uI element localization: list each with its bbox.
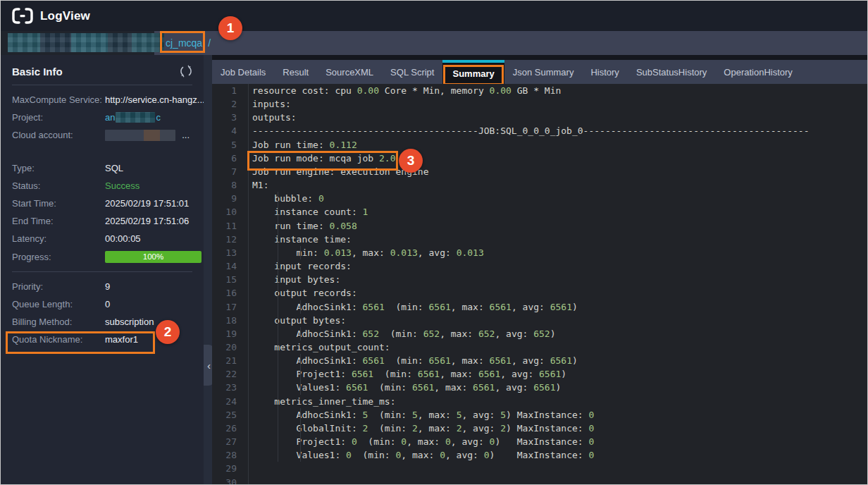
code-line-25: AdhocSink1: 5 (min: 5, max: 5, avg: 5) M… <box>252 408 868 422</box>
indent-guide <box>278 408 278 422</box>
indent-guide <box>278 340 278 354</box>
tab-summary[interactable]: Summary <box>442 60 504 84</box>
tab-substatushistory[interactable]: SubStatusHistory <box>628 60 715 84</box>
info-value: 2025/02/19 17:51:06 <box>105 216 192 226</box>
info-row-maxcompute-service: MaxCompute Service:http://service.cn-han… <box>12 91 192 109</box>
code-line-20: metrics_output_count: <box>252 340 868 354</box>
indent-guide <box>278 192 278 205</box>
indent-guide <box>278 367 278 381</box>
tab-json-summary[interactable]: Json Summary <box>504 60 583 84</box>
code-line-28: Values1: 0 (min: 0, max: 0, avg: 0) MaxI… <box>252 448 868 462</box>
censored-text <box>8 33 40 52</box>
code-line-26: GlobalInit: 2 (min: 2, max: 2, avg: 2) M… <box>252 422 868 435</box>
code-line-24: metrics_inner_time_ms: <box>252 395 868 408</box>
info-label: Quota Nickname: <box>12 334 105 345</box>
code-lines: resource cost: cpu 0.00 Core * Min, memo… <box>249 84 868 485</box>
info-label: Queue Length: <box>12 299 105 309</box>
tab-label: OperationHistory <box>724 67 793 78</box>
censored-text <box>116 112 155 123</box>
code-line-12: instance time: <box>252 233 868 246</box>
progress-bar: 100% <box>105 251 202 263</box>
censored-text <box>40 33 71 52</box>
tab-operationhistory[interactable]: OperationHistory <box>715 60 801 84</box>
code-line-4: ----------------------------------------… <box>252 124 868 137</box>
indent-guide <box>300 300 301 314</box>
tab-sql-script[interactable]: SQL Script <box>382 60 442 84</box>
breadcrumb-job-link[interactable]: cj_mcqa <box>166 37 202 49</box>
breadcrumb-separator: / <box>208 37 211 49</box>
tab-label: Result <box>283 67 309 78</box>
code-line-30 <box>252 476 868 485</box>
info-label: Project: <box>12 112 105 123</box>
code-line-23: Values1: 6561 (min: 6561, max: 6561, avg… <box>252 381 868 394</box>
tab-bar: Job DetailsResultSourceXMLSQL ScriptSumm… <box>212 60 868 84</box>
info-value: subscription <box>105 317 192 327</box>
code-line-6: Job run mode: mcqa job 2.0 <box>252 152 868 165</box>
panel-splitter[interactable] <box>204 55 212 485</box>
code-line-13: min: 0.013, max: 0.013, avg: 0.013 <box>252 246 868 259</box>
info-value: 2025/02/19 17:51:01 <box>105 198 192 209</box>
indent-guide <box>300 408 301 422</box>
annotation-badge-3: 3 <box>399 149 423 173</box>
indent-guide <box>278 273 278 286</box>
code-line-14: input records: <box>252 259 868 273</box>
info-row-end-time: End Time:2025/02/19 17:51:06 <box>12 212 192 230</box>
panel-title: Basic Info <box>12 66 63 78</box>
code-line-18: output bytes: <box>252 314 868 327</box>
code-line-3: outputs: <box>252 111 868 124</box>
censored-text <box>71 33 108 52</box>
line-number-gutter: 1234567891011121314151617181920212223242… <box>212 84 249 485</box>
indent-guide <box>300 435 301 448</box>
info-value: http://service.cn-hangz... <box>105 94 205 105</box>
indent-guide <box>300 327 301 340</box>
tab-sourcexml[interactable]: SourceXML <box>317 60 382 84</box>
app-title: LogView <box>40 9 90 23</box>
indent-guide <box>300 381 301 394</box>
code-line-21: AdhocSink1: 6561 (min: 6561, max: 6561, … <box>252 354 868 367</box>
info-value: 00:00:05 <box>105 233 192 244</box>
info-row-priority: Priority:9 <box>12 278 192 295</box>
tab-label: Summary <box>452 68 494 79</box>
indent-guide <box>300 367 301 381</box>
info-label: MaxCompute Service: <box>12 94 105 105</box>
info-label: Priority: <box>12 281 105 292</box>
info-label: Latency: <box>12 233 105 244</box>
logview-logo-icon <box>12 8 33 24</box>
refresh-icon[interactable] <box>180 65 192 78</box>
annotation-badge-1: 1 <box>218 16 242 40</box>
indent-guide <box>278 205 278 219</box>
indent-guide <box>278 327 278 340</box>
indent-guide <box>300 448 301 462</box>
code-line-2: inputs: <box>252 97 868 111</box>
indent-guide <box>278 354 278 367</box>
summary-code-view: 1234567891011121314151617181920212223242… <box>212 84 868 485</box>
censored-text <box>108 33 132 52</box>
info-row-queue-length: Queue Length:0 <box>12 295 192 313</box>
tab-result[interactable]: Result <box>274 60 317 84</box>
tab-job-details[interactable]: Job Details <box>212 60 274 84</box>
info-value: SQL <box>105 163 192 173</box>
indent-guide <box>278 233 278 246</box>
indent-guide <box>278 422 278 435</box>
info-row-progress: Progress:100% <box>12 247 192 266</box>
indent-guide <box>278 246 278 259</box>
indent-guide <box>300 422 301 435</box>
indent-guide <box>278 259 278 273</box>
indent-guide <box>278 448 278 462</box>
code-line-22: Project1: 6561 (min: 6561, max: 6561, av… <box>252 367 868 381</box>
code-line-29 <box>252 462 868 475</box>
main-content: Job DetailsResultSourceXMLSQL ScriptSumm… <box>212 55 868 485</box>
tab-label: SubStatusHistory <box>636 67 707 78</box>
basic-info-panel: Basic Info MaxCompute Service:http://ser… <box>1 55 204 485</box>
code-line-10: instance count: 1 <box>252 205 868 219</box>
info-row-cloud-account: Cloud account:... <box>12 126 192 144</box>
indent-guide <box>300 354 301 367</box>
indent-guide <box>278 395 278 408</box>
info-label: Progress: <box>12 252 105 262</box>
info-value: Success <box>105 180 192 191</box>
code-line-15: input bytes: <box>252 273 868 286</box>
tab-history[interactable]: History <box>582 60 627 84</box>
indent-guide <box>278 435 278 448</box>
code-line-27: Project1: 0 (min: 0, max: 0, avg: 0) Max… <box>252 435 868 448</box>
basic-info-fields: MaxCompute Service:http://service.cn-han… <box>1 85 204 348</box>
